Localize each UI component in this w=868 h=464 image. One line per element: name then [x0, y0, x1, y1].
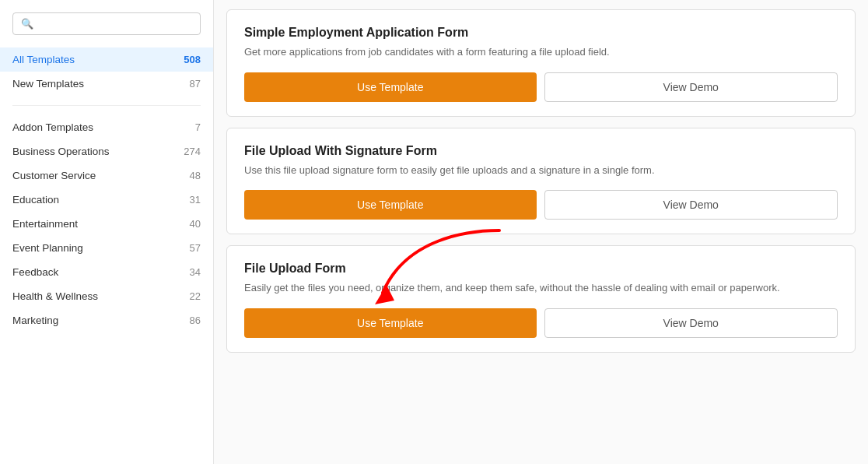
sidebar-item-marketing[interactable]: Marketing 86: [0, 308, 213, 332]
search-icon: 🔍: [21, 18, 33, 30]
marketing-count: 86: [190, 315, 201, 326]
sidebar-item-entertainment[interactable]: Entertainment 40: [0, 212, 213, 236]
sidebar-item-new-templates-label: New Templates: [12, 78, 84, 90]
sidebar-item-all-templates[interactable]: All Templates 508: [0, 47, 213, 72]
template-actions-file-upload-form: Use Template View Demo: [244, 308, 838, 338]
template-card-file-upload-form: File Upload Form Easily get the files yo…: [226, 245, 856, 353]
view-demo-button-file-upload-form[interactable]: View Demo: [544, 308, 838, 338]
use-template-button-file-upload-form[interactable]: Use Template: [244, 308, 537, 338]
event-planning-count: 57: [190, 242, 201, 254]
sidebar-item-feedback[interactable]: Feedback 34: [0, 260, 213, 284]
sidebar-item-business-operations[interactable]: Business Operations 274: [0, 139, 213, 163]
sidebar-item-new-templates[interactable]: New Templates 87: [0, 72, 213, 96]
sidebar-divider: [12, 105, 201, 106]
addon-templates-count: 7: [195, 121, 201, 133]
sidebar-item-addon-templates[interactable]: Addon Templates 7: [0, 115, 213, 139]
sidebar-item-education[interactable]: Education 31: [0, 188, 213, 212]
use-template-button-file-upload-signature[interactable]: Use Template: [244, 190, 537, 220]
feedback-label: Feedback: [12, 266, 58, 278]
main-content: Simple Employment Application Form Get m…: [214, 0, 868, 464]
sidebar-item-new-templates-count: 87: [190, 78, 201, 90]
template-card-file-upload-signature: File Upload With Signature Form Use this…: [226, 128, 856, 235]
primary-categories: All Templates 508 New Templates 87: [0, 47, 213, 96]
entertainment-count: 40: [190, 218, 201, 230]
sidebar: 🔍 file upload form All Templates 508 New…: [0, 0, 214, 464]
business-operations-label: Business Operations: [12, 146, 110, 157]
template-card-simple-employment: Simple Employment Application Form Get m…: [226, 9, 856, 117]
use-template-button-simple-employment[interactable]: Use Template: [244, 72, 537, 102]
template-actions-file-upload-signature: Use Template View Demo: [244, 190, 838, 220]
business-operations-count: 274: [184, 146, 201, 157]
template-desc-file-upload-signature: Use this file upload signature form to e…: [244, 163, 838, 178]
addon-templates-label: Addon Templates: [12, 121, 93, 133]
template-desc-simple-employment: Get more applications from job candidate…: [244, 44, 838, 60]
health-wellness-label: Health & Wellness: [12, 290, 98, 302]
template-actions-simple-employment: Use Template View Demo: [244, 72, 838, 102]
search-input[interactable]: file upload form: [40, 18, 192, 30]
template-desc-file-upload-form: Easily get the files you need, organize …: [244, 280, 838, 296]
sidebar-item-customer-service[interactable]: Customer Service 48: [0, 163, 213, 188]
customer-service-label: Customer Service: [12, 170, 96, 181]
template-title-file-upload-form: File Upload Form: [244, 262, 838, 276]
marketing-label: Marketing: [12, 315, 58, 326]
view-demo-button-simple-employment[interactable]: View Demo: [544, 72, 838, 102]
education-label: Education: [12, 194, 59, 206]
feedback-count: 34: [190, 266, 201, 278]
entertainment-label: Entertainment: [12, 218, 78, 230]
customer-service-count: 48: [190, 170, 201, 181]
app-layout: 🔍 file upload form All Templates 508 New…: [0, 0, 868, 464]
search-box[interactable]: 🔍 file upload form: [12, 12, 201, 35]
view-demo-button-file-upload-signature[interactable]: View Demo: [544, 190, 838, 220]
education-count: 31: [190, 194, 201, 206]
sidebar-item-event-planning[interactable]: Event Planning 57: [0, 236, 213, 260]
subcategories: Addon Templates 7 Business Operations 27…: [0, 115, 213, 332]
template-title-file-upload-signature: File Upload With Signature Form: [244, 144, 838, 158]
sidebar-item-health-wellness[interactable]: Health & Wellness 22: [0, 284, 213, 308]
template-title-simple-employment: Simple Employment Application Form: [244, 26, 838, 40]
sidebar-item-all-templates-count: 508: [184, 54, 201, 65]
sidebar-item-all-templates-label: All Templates: [12, 54, 75, 65]
event-planning-label: Event Planning: [12, 242, 83, 254]
health-wellness-count: 22: [190, 290, 201, 302]
